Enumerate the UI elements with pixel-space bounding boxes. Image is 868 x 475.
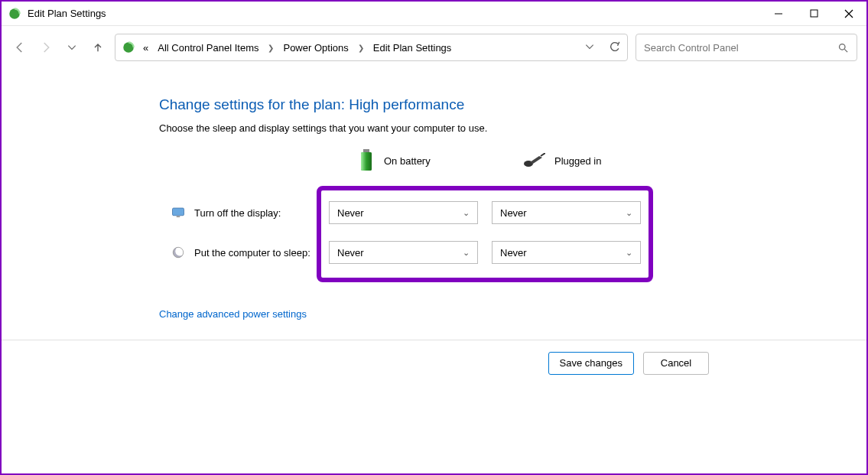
- dropdown-value: Never: [337, 207, 364, 219]
- row-label-sleep: Put the computer to sleep:: [194, 247, 310, 259]
- footer: Save changes Cancel: [2, 340, 866, 386]
- breadcrumb-item[interactable]: All Control Panel Items: [156, 41, 260, 55]
- power-icon: [122, 41, 135, 54]
- refresh-button[interactable]: [609, 41, 621, 55]
- address-dropdown-button[interactable]: [584, 41, 595, 54]
- display-plugged-dropdown[interactable]: Never ⌄: [492, 201, 641, 224]
- svg-rect-13: [173, 208, 184, 216]
- search-input[interactable]: [644, 42, 837, 54]
- display-icon: [171, 206, 185, 220]
- svg-rect-8: [363, 149, 369, 152]
- back-button[interactable]: [11, 38, 29, 57]
- save-button[interactable]: Save changes: [548, 352, 634, 375]
- svg-rect-10: [361, 152, 372, 171]
- advanced-settings-link[interactable]: Change advanced power settings: [159, 308, 307, 320]
- recent-dropdown-button[interactable]: [63, 38, 81, 57]
- column-label-plugged: Plugged in: [554, 155, 601, 167]
- battery-icon: [358, 149, 375, 172]
- titlebar: Edit Plan Settings: [2, 2, 866, 26]
- page-heading: Change settings for the plan: High perfo…: [159, 96, 866, 113]
- columns-header: On battery Plugged in: [358, 149, 866, 172]
- up-button[interactable]: [89, 38, 107, 57]
- dropdown-value: Never: [500, 207, 527, 219]
- dropdown-value: Never: [337, 247, 364, 259]
- column-plugged-in: Plugged in: [522, 153, 671, 168]
- chevron-right-icon: ❯: [356, 44, 366, 52]
- search-box[interactable]: [636, 34, 857, 61]
- chevron-down-icon: ⌄: [626, 248, 632, 258]
- highlight-annotation: Turn off the display: Never ⌄ Never ⌄ Pu…: [317, 186, 653, 282]
- svg-line-12: [541, 153, 545, 156]
- close-button[interactable]: [831, 2, 866, 26]
- content-area: Change settings for the plan: High perfo…: [2, 69, 866, 320]
- cancel-button[interactable]: Cancel: [643, 352, 709, 375]
- moon-icon: [171, 246, 185, 259]
- window-title: Edit Plan Settings: [28, 8, 106, 19]
- breadcrumb-prefix[interactable]: «: [141, 41, 150, 55]
- search-icon: [837, 42, 849, 54]
- row-turn-off-display: Turn off the display: Never ⌄ Never ⌄: [329, 201, 641, 224]
- column-label-battery: On battery: [384, 155, 431, 167]
- svg-rect-14: [177, 216, 180, 218]
- display-battery-dropdown[interactable]: Never ⌄: [329, 201, 478, 224]
- chevron-down-icon: ⌄: [626, 208, 632, 218]
- plug-icon: [522, 153, 545, 168]
- toolbar: « All Control Panel Items ❯ Power Option…: [2, 26, 866, 69]
- sleep-battery-dropdown[interactable]: Never ⌄: [329, 241, 478, 264]
- breadcrumb-item[interactable]: Edit Plan Settings: [372, 41, 454, 55]
- chevron-right-icon: ❯: [266, 44, 275, 52]
- page-subheading: Choose the sleep and display settings th…: [159, 122, 866, 134]
- breadcrumb-item[interactable]: Power Options: [281, 41, 349, 55]
- app-icon: [8, 7, 21, 21]
- address-bar[interactable]: « All Control Panel Items ❯ Power Option…: [115, 34, 628, 61]
- minimize-button[interactable]: [761, 2, 796, 26]
- maximize-button[interactable]: [796, 2, 831, 26]
- column-on-battery: On battery: [358, 149, 507, 172]
- dropdown-value: Never: [500, 247, 527, 259]
- chevron-down-icon: ⌄: [463, 208, 470, 218]
- row-label-display: Turn off the display:: [194, 207, 281, 219]
- svg-rect-2: [811, 10, 818, 17]
- svg-line-7: [844, 49, 847, 52]
- row-sleep: Put the computer to sleep: Never ⌄ Never…: [329, 241, 641, 264]
- svg-point-6: [840, 44, 846, 50]
- sleep-plugged-dropdown[interactable]: Never ⌄: [492, 241, 641, 264]
- chevron-down-icon: ⌄: [463, 248, 470, 258]
- forward-button[interactable]: [37, 38, 55, 57]
